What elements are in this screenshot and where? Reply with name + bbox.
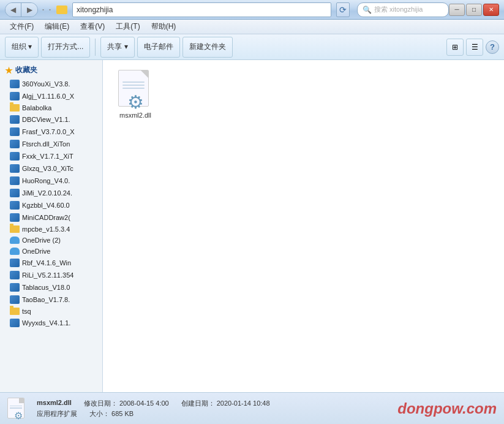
- sidebar-item-label: Kgzbbl_V4.60.0: [22, 202, 70, 209]
- status-created: 创建日期： 2020-01-14 10:48: [181, 399, 270, 408]
- sidebar-item-11[interactable]: MiniCADDraw2(: [0, 211, 102, 224]
- sidebar-item-label: Fxxk_V1.7.1_XiT: [22, 153, 73, 160]
- close-button[interactable]: ✕: [483, 4, 499, 16]
- file-name-label: msxml2.dll: [119, 112, 151, 119]
- dll-file-icon: ⚙: [118, 70, 152, 109]
- nav-button-group[interactable]: ◀ ▶: [5, 2, 38, 17]
- window-controls[interactable]: ─ □ ✕: [449, 4, 499, 16]
- created-date: 2020-01-14 10:48: [217, 399, 270, 407]
- view-toggle-button[interactable]: ⊞: [446, 39, 464, 56]
- search-bar[interactable]: 🔍 搜索 xitongzhijia: [357, 2, 449, 17]
- status-type: 应用程序扩展: [37, 409, 77, 418]
- new-folder-label: 新建文件夹: [189, 42, 226, 52]
- email-label: 电子邮件: [144, 42, 173, 52]
- share-button[interactable]: 共享 ▾: [100, 37, 134, 58]
- organize-button[interactable]: 组织 ▾: [5, 37, 39, 58]
- sidebar-item-14[interactable]: OneDrive: [0, 246, 102, 257]
- toolbar: 组织 ▾ 打开方式... 共享 ▾ 电子邮件 新建文件夹 ⊞ ☰ ?: [0, 34, 504, 60]
- maximize-button[interactable]: □: [466, 4, 482, 16]
- sidebar-item-4[interactable]: Frasf_V3.7.0.0_X: [0, 126, 102, 138]
- sidebar-item-5[interactable]: Ftsrch.dll_XiTon: [0, 138, 102, 150]
- sidebar-item-1[interactable]: Algj_V1.11.6.0_X: [0, 90, 102, 102]
- star-icon: ★: [5, 66, 13, 75]
- forward-button[interactable]: ▶: [21, 3, 37, 17]
- sidebar-item-label: mpcbe_v1.5.3.4: [22, 225, 70, 233]
- sidebar-item-2[interactable]: Balabolka: [0, 102, 102, 113]
- minimize-button[interactable]: ─: [449, 4, 465, 16]
- sidebar-item-label: Ftsrch.dll_XiTon: [22, 140, 70, 148]
- sidebar-item-15[interactable]: Rbf_V4.1.6_Win: [0, 257, 102, 269]
- menu-file[interactable]: 文件(F): [5, 20, 39, 33]
- folder-icon-title: [56, 6, 67, 14]
- menu-help[interactable]: 帮助(H): [146, 20, 181, 33]
- sidebar-item-0[interactable]: 360YouXi_V3.8.: [0, 78, 102, 90]
- menu-view[interactable]: 查看(V): [75, 20, 110, 33]
- organize-label: 组织 ▾: [12, 42, 32, 52]
- size-value: 685 KB: [111, 410, 134, 417]
- status-gear-icon: ⚙: [14, 411, 23, 421]
- sidebar-item-7[interactable]: Glxzq_V3.0_XiTc: [0, 162, 102, 175]
- app-icon: [10, 259, 20, 267]
- sidebar-item-label: Balabolka: [22, 104, 51, 112]
- sidebar-item-3[interactable]: DBCView_V1.1.: [0, 113, 102, 126]
- sidebar-item-label: Frasf_V3.7.0.0_X: [22, 128, 75, 135]
- toolbar-separator: [95, 39, 96, 56]
- view-details-icon: ☰: [472, 43, 478, 51]
- sidebar-item-label: HuoRong_V4.0.: [22, 177, 70, 184]
- sidebar-item-12[interactable]: mpcbe_v1.5.3.4: [0, 224, 102, 235]
- new-folder-button[interactable]: 新建文件夹: [182, 37, 233, 58]
- sidebar-item-label: Tablacus_V18.0: [22, 284, 70, 291]
- app-icon: [10, 152, 20, 161]
- sidebar-favorites-header[interactable]: ★ 收藏夹: [0, 62, 102, 78]
- app-icon: [10, 80, 20, 88]
- sidebar-item-19[interactable]: tsq: [0, 306, 102, 317]
- status-text-block: msxml2.dll 修改日期： 2008-04-15 4:00 创建日期： 2…: [37, 399, 390, 418]
- status-size: 大小： 685 KB: [89, 409, 134, 418]
- sidebar-item-13[interactable]: OneDrive (2): [0, 235, 102, 246]
- sidebar-item-16[interactable]: RiLi_V5.2.11.354: [0, 269, 102, 281]
- modified-label: 修改日期：: [84, 399, 118, 407]
- open-with-button[interactable]: 打开方式...: [41, 37, 90, 58]
- status-file-icon: ⚙: [7, 398, 29, 420]
- refresh-button[interactable]: ⟳: [336, 2, 350, 17]
- menu-tools[interactable]: 工具(T): [111, 20, 145, 33]
- status-modified: 修改日期： 2008-04-15 4:00: [84, 399, 169, 408]
- sidebar-item-label: 360YouXi_V3.8.: [22, 80, 70, 88]
- app-icon: [10, 176, 20, 185]
- cloud-icon: [10, 237, 20, 244]
- sidebar-item-8[interactable]: HuoRong_V4.0.: [0, 175, 102, 187]
- address-text: xitongzhijia: [77, 6, 113, 14]
- open-with-label: 打开方式...: [48, 42, 83, 52]
- app-icon: [10, 92, 20, 100]
- gear-icon: ⚙: [127, 93, 144, 112]
- title-bar: ◀ ▶ · · xitongzhijia ⟳ 🔍 搜索 xitongzhijia…: [0, 0, 504, 20]
- modified-date: 2008-04-15 4:00: [119, 399, 169, 407]
- file-item[interactable]: ⚙ msxml2.dll: [108, 65, 163, 124]
- sidebar-item-label: TaoBao_V1.7.8.: [22, 296, 70, 303]
- sidebar-item-label: Wyyxds_V4.1.1.: [22, 319, 70, 327]
- view-icon: ⊞: [452, 43, 458, 51]
- sidebar-item-18[interactable]: TaoBao_V1.7.8.: [0, 293, 102, 306]
- address-bar[interactable]: xitongzhijia: [72, 2, 331, 17]
- email-button[interactable]: 电子邮件: [137, 37, 180, 58]
- title-bar-left: ◀ ▶ · · xitongzhijia ⟳ 🔍 搜索 xitongzhijia: [5, 2, 449, 17]
- view-details-button[interactable]: ☰: [466, 39, 483, 56]
- sidebar: ★ 收藏夹 360YouXi_V3.8.Algj_V1.11.6.0_XBala…: [0, 60, 103, 392]
- sidebar-item-17[interactable]: Tablacus_V18.0: [0, 281, 102, 293]
- folder-icon: [10, 308, 20, 315]
- separator-dot2: ·: [48, 3, 51, 16]
- app-icon: [10, 295, 20, 304]
- back-button[interactable]: ◀: [6, 3, 21, 17]
- sidebar-item-label: tsq: [22, 308, 31, 315]
- sidebar-item-label: Rbf_V4.1.6_Win: [22, 259, 71, 267]
- help-button[interactable]: ?: [486, 40, 499, 54]
- sidebar-item-10[interactable]: Kgzbbl_V4.60.0: [0, 199, 102, 211]
- status-row-2: 应用程序扩展 大小： 685 KB: [37, 409, 390, 418]
- sidebar-item-label: OneDrive (2): [22, 237, 61, 244]
- menu-edit[interactable]: 编辑(E): [40, 20, 74, 33]
- sidebar-item-9[interactable]: JiMi_V2.0.10.24.: [0, 187, 102, 199]
- refresh-icon: ⟳: [339, 5, 347, 15]
- search-placeholder: 搜索 xitongzhijia: [374, 5, 423, 14]
- sidebar-item-20[interactable]: Wyyxds_V4.1.1.: [0, 317, 102, 329]
- sidebar-item-6[interactable]: Fxxk_V1.7.1_XiT: [0, 150, 102, 162]
